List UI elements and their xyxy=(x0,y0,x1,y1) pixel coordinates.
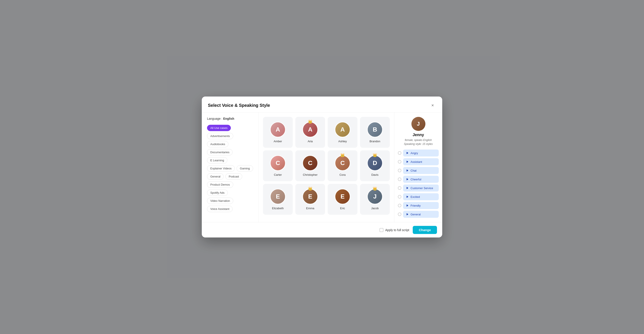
left-panel: Language : English All Use casesAdvertis… xyxy=(202,112,258,222)
style-label-general: General xyxy=(410,213,420,216)
style-item-assistant: Assistant xyxy=(398,158,439,165)
style-play-angry[interactable]: Angry xyxy=(403,149,439,156)
language-value: English xyxy=(223,117,234,120)
style-radio-excited[interactable] xyxy=(398,195,401,199)
voice-name-ashley: Ashley xyxy=(338,140,347,143)
voice-card-brandon[interactable]: BBrandon xyxy=(360,117,390,148)
voice-style-modal: Select Voice & Speaking Style × Language… xyxy=(202,97,442,237)
voice-avatar-ashley: A xyxy=(335,122,350,137)
modal-footer: Apply to full script Change xyxy=(202,222,442,237)
style-item-cheerful: Cheerful xyxy=(398,176,439,183)
style-radio-general[interactable] xyxy=(398,213,401,216)
voice-card-amber[interactable]: AAmber xyxy=(263,117,293,148)
voice-card-elizabeth[interactable]: EElizabeth xyxy=(263,184,293,215)
style-play-excited[interactable]: Excited xyxy=(403,193,439,200)
voice-card-ashley[interactable]: AAshley xyxy=(328,117,358,148)
voice-name-aria: Aria xyxy=(308,140,312,143)
filter-tag-product-demos[interactable]: Product Demos xyxy=(207,182,233,188)
voice-avatar-eric: E xyxy=(335,189,350,204)
voice-avatar-christopher: C xyxy=(302,155,318,171)
voice-card-christopher[interactable]: CChristopher xyxy=(295,150,325,181)
filter-tag-explainer[interactable]: Explainer Videos xyxy=(207,165,235,172)
voice-avatar-emma: E xyxy=(302,189,318,204)
play-icon-excited xyxy=(406,195,409,199)
style-play-assistant[interactable]: Assistant xyxy=(403,158,439,165)
voice-card-emma[interactable]: 👑EEmma xyxy=(295,184,325,215)
play-icon-chat xyxy=(406,169,409,172)
voice-avatar-amber: A xyxy=(270,122,286,137)
voice-card-jacob[interactable]: 👑JJacob xyxy=(360,184,390,215)
voice-avatar-elizabeth: E xyxy=(270,189,286,204)
language-label: Language : English xyxy=(207,117,253,120)
right-panel: J Jenny female, speaks English Speaking … xyxy=(394,112,442,222)
voice-name-elizabeth: Elizabeth xyxy=(272,207,284,210)
voice-name-jacob: Jacob xyxy=(371,207,379,210)
style-play-chat[interactable]: Chat xyxy=(403,167,439,174)
style-radio-angry[interactable] xyxy=(398,151,401,155)
selected-avatar-initial: J xyxy=(417,121,420,127)
voice-name-davis: Davis xyxy=(372,173,378,177)
style-item-chat: Chat xyxy=(398,167,439,174)
style-label-assistant: Assistant xyxy=(410,160,422,163)
voice-avatar-carter: C xyxy=(270,155,286,171)
style-item-customer-service: Customer Service xyxy=(398,185,439,192)
filter-tag-documentaries[interactable]: Documentaries xyxy=(207,149,232,155)
voice-name-amber: Amber xyxy=(274,140,282,143)
voice-card-cora[interactable]: 👑CCora xyxy=(328,150,358,181)
modal-title: Select Voice & Speaking Style xyxy=(208,103,270,108)
apply-full-script-checkbox[interactable] xyxy=(380,228,384,232)
voice-name-christopher: Christopher xyxy=(303,173,318,177)
voice-avatar-cora: C xyxy=(335,155,350,171)
filter-tag-general[interactable]: General xyxy=(207,173,224,180)
selected-voice-info: J Jenny female, speaks English Speaking … xyxy=(398,117,439,146)
voice-name-carter: Carter xyxy=(274,173,282,177)
style-item-excited: Excited xyxy=(398,193,439,200)
apply-full-script-label[interactable]: Apply to full script xyxy=(380,228,409,232)
style-radio-friendly[interactable] xyxy=(398,204,401,207)
style-radio-customer-service[interactable] xyxy=(398,186,401,190)
play-icon-customer-service xyxy=(406,186,409,190)
filter-tag-all[interactable]: All Use cases xyxy=(207,125,231,131)
style-item-angry: Angry xyxy=(398,149,439,156)
filter-tag-gaming[interactable]: Gaming xyxy=(236,165,253,172)
voice-card-carter[interactable]: CCarter xyxy=(263,150,293,181)
filter-tag-elearning[interactable]: E Learning xyxy=(207,157,227,163)
play-icon-friendly xyxy=(406,204,409,207)
crown-badge-davis: 👑 xyxy=(373,153,377,157)
style-radio-chat[interactable] xyxy=(398,169,401,172)
play-icon-angry xyxy=(406,151,409,155)
crown-badge-cora: 👑 xyxy=(340,153,345,157)
style-label-chat: Chat xyxy=(410,169,416,172)
change-button[interactable]: Change xyxy=(413,226,437,234)
close-button[interactable]: × xyxy=(429,102,436,109)
filter-tag-advertisements[interactable]: Advertisements xyxy=(207,133,233,139)
style-label-angry: Angry xyxy=(410,151,418,155)
modal-body: Language : English All Use casesAdvertis… xyxy=(202,112,442,222)
selected-voice-meta: female, speaks English Speaking style: 1… xyxy=(404,138,432,146)
style-play-general[interactable]: General xyxy=(403,211,439,218)
filter-tag-audiobooks[interactable]: Audiobooks xyxy=(207,141,228,147)
filter-tag-podcast[interactable]: Podcast xyxy=(226,173,242,180)
filter-tag-video-narration[interactable]: Video Narration xyxy=(207,198,233,204)
voice-name-emma: Emma xyxy=(306,207,314,210)
filter-tag-spotify[interactable]: Spotify Ads xyxy=(207,190,228,196)
crown-badge-emma: 👑 xyxy=(308,187,312,191)
style-play-customer-service[interactable]: Customer Service xyxy=(403,185,439,192)
voice-name-eric: Eric xyxy=(340,207,345,210)
style-label-cheerful: Cheerful xyxy=(410,178,421,181)
voice-card-davis[interactable]: 👑DDavis xyxy=(360,150,390,181)
filter-tag-voice-assistant[interactable]: Voice Assistant xyxy=(207,206,232,212)
apply-full-script-text: Apply to full script xyxy=(385,228,409,232)
style-item-general: General xyxy=(398,211,439,218)
style-radio-cheerful[interactable] xyxy=(398,178,401,181)
voice-avatar-jacob: J xyxy=(367,189,383,204)
style-radio-assistant[interactable] xyxy=(398,160,401,163)
style-play-friendly[interactable]: Friendly xyxy=(403,202,439,209)
voice-avatar-aria: A xyxy=(302,122,318,137)
filter-tags-container: All Use casesAdvertisementsAudiobooksDoc… xyxy=(207,125,253,212)
modal-overlay: Select Voice & Speaking Style × Language… xyxy=(0,0,644,334)
style-play-cheerful[interactable]: Cheerful xyxy=(403,176,439,183)
voice-card-eric[interactable]: EEric xyxy=(328,184,358,215)
voice-avatar-brandon: B xyxy=(367,122,383,137)
voice-card-aria[interactable]: 👑AAria xyxy=(295,117,325,148)
